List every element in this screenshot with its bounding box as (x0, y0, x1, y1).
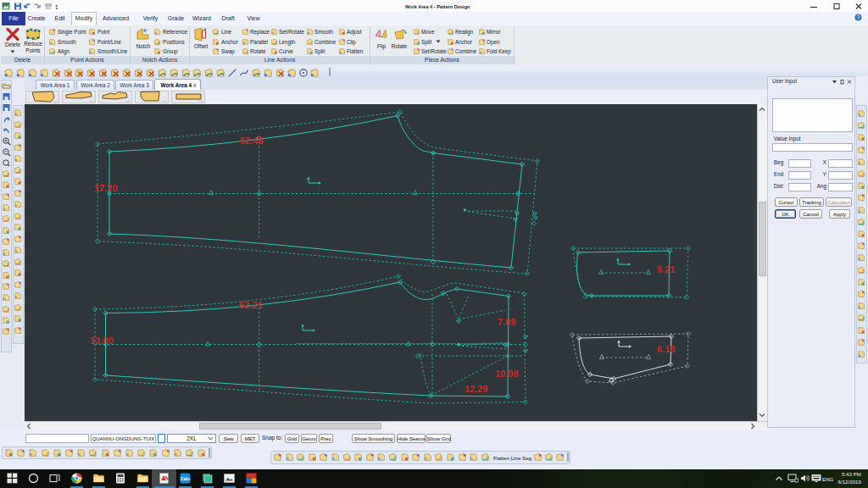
svg-text:62.48: 62.48 (240, 136, 264, 146)
svg-text:?: ? (857, 14, 860, 20)
svg-text:12.29: 12.29 (465, 384, 488, 394)
svg-text:62.21: 62.21 (239, 300, 263, 310)
svg-text:17.20: 17.20 (94, 183, 118, 193)
svg-text:9.21: 9.21 (657, 264, 675, 274)
svg-text:10.08: 10.08 (495, 369, 519, 379)
svg-text:6.18: 6.18 (657, 344, 675, 354)
svg-text:13.00: 13.00 (90, 336, 114, 346)
svg-text:Zalo: Zalo (181, 476, 191, 481)
svg-text:7.09: 7.09 (498, 317, 515, 327)
